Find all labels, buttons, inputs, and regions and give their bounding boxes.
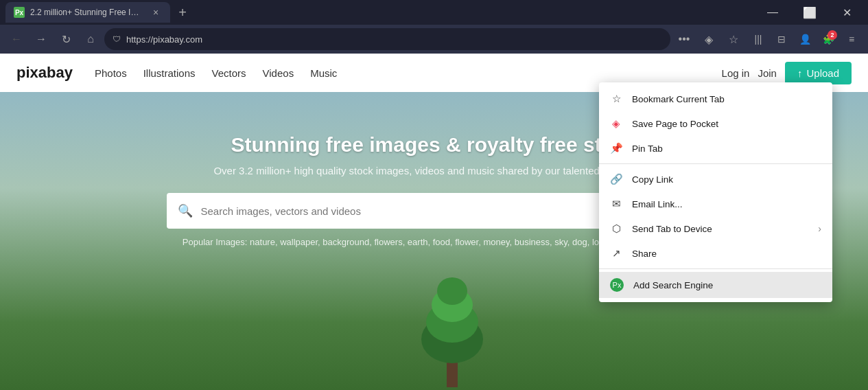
- pin-icon: 📌: [610, 142, 622, 154]
- menu-item-bookmark[interactable]: ☆ Bookmark Current Tab: [599, 87, 832, 111]
- nav-music[interactable]: Music: [310, 67, 337, 79]
- header-actions: Log in Join ↑ Upload: [722, 62, 852, 84]
- nav-videos[interactable]: Videos: [263, 67, 294, 79]
- nav-vectors[interactable]: Vectors: [212, 67, 246, 79]
- add-search-icon: Px: [610, 278, 624, 292]
- pixabay-logo[interactable]: pixabay: [16, 64, 73, 82]
- nav-illustrations[interactable]: Illustrations: [143, 67, 196, 79]
- menu-item-bookmark-label: Bookmark Current Tab: [632, 94, 821, 104]
- tab-favicon: Px: [14, 7, 25, 18]
- dropdown-overlay: ☆ Bookmark Current Tab ◈ Save Page to Po…: [0, 82, 868, 390]
- address-bar[interactable]: 🛡 https://pixabay.com: [104, 28, 670, 50]
- menu-item-add-search-label: Add Search Engine: [633, 280, 821, 290]
- menu-item-pocket-label: Save Page to Pocket: [632, 119, 821, 129]
- menu-item-pocket[interactable]: ◈ Save Page to Pocket: [599, 111, 832, 136]
- menu-item-add-search[interactable]: Px Add Search Engine: [599, 272, 832, 298]
- back-button[interactable]: ←: [5, 28, 27, 50]
- pocket-save-icon: ◈: [610, 117, 622, 130]
- context-menu: ☆ Bookmark Current Tab ◈ Save Page to Po…: [599, 82, 832, 302]
- browser-frame: Px 2.2 million+ Stunning Free Ima... × +…: [0, 0, 868, 390]
- menu-item-email-link-label: Email Link...: [632, 199, 821, 209]
- menu-separator-1: [599, 163, 832, 164]
- profile-icon[interactable]: 👤: [794, 28, 816, 50]
- share-icon: ↗: [610, 247, 622, 260]
- send-tab-icon: ⬡: [610, 222, 622, 235]
- upload-label: Upload: [806, 67, 839, 79]
- window-controls: — ⬜ ✕: [757, 3, 863, 22]
- upload-button[interactable]: ↑ Upload: [785, 62, 852, 84]
- chevron-right-icon: ›: [818, 223, 821, 234]
- copy-link-icon: 🔗: [610, 173, 622, 185]
- nav-photos[interactable]: Photos: [95, 67, 127, 79]
- menu-item-share[interactable]: ↗ Share: [599, 241, 832, 266]
- menu-item-copy-link-label: Copy Link: [632, 174, 821, 185]
- menu-item-pin[interactable]: 📌 Pin Tab: [599, 136, 832, 161]
- website-content: pixabay Photos Illustrations Vectors Vid…: [0, 54, 868, 390]
- pixabay-nav: Photos Illustrations Vectors Videos Musi…: [95, 67, 700, 79]
- menu-item-pin-label: Pin Tab: [632, 144, 821, 154]
- security-icon: 🛡: [113, 34, 121, 44]
- tab-title: 2.2 million+ Stunning Free Ima...: [30, 8, 144, 17]
- menu-item-share-label: Share: [632, 249, 821, 259]
- nav-bar: ← → ↻ ⌂ 🛡 https://pixabay.com ••• ◈ ☆ ||…: [0, 25, 868, 54]
- menu-item-email-link[interactable]: ✉ Email Link...: [599, 192, 832, 216]
- join-button[interactable]: Join: [758, 67, 777, 79]
- close-button[interactable]: ✕: [831, 3, 863, 22]
- extensions-area: ||| ⊟ 👤 🧩 2 ≡: [747, 28, 863, 50]
- refresh-button[interactable]: ↻: [55, 28, 77, 50]
- menu-item-send-tab[interactable]: ⬡ Send Tab to Device ›: [599, 216, 832, 241]
- home-button[interactable]: ⌂: [80, 28, 102, 50]
- browser-tab[interactable]: Px 2.2 million+ Stunning Free Ima... ×: [5, 2, 170, 23]
- addon-badge-count: 2: [828, 30, 837, 40]
- url-text: https://pixabay.com: [126, 34, 662, 45]
- menu-separator-2: [599, 268, 832, 269]
- nav-actions: ••• ◈ ☆: [673, 28, 744, 50]
- maximize-button[interactable]: ⬜: [794, 3, 825, 22]
- reader-view-icon[interactable]: ⊟: [771, 28, 793, 50]
- more-button[interactable]: •••: [673, 28, 695, 50]
- title-bar: Px 2.2 million+ Stunning Free Ima... × +…: [0, 0, 868, 25]
- reading-list-icon[interactable]: |||: [747, 28, 769, 50]
- forward-button[interactable]: →: [30, 28, 52, 50]
- addon-button[interactable]: 🧩 2: [817, 28, 839, 50]
- star-button[interactable]: ☆: [723, 28, 744, 50]
- email-link-icon: ✉: [610, 198, 622, 210]
- new-tab-button[interactable]: +: [173, 3, 192, 22]
- menu-item-copy-link[interactable]: 🔗 Copy Link: [599, 167, 832, 192]
- hamburger-menu-button[interactable]: ≡: [841, 28, 863, 50]
- upload-icon: ↑: [797, 67, 803, 79]
- pocket-button[interactable]: ◈: [698, 28, 720, 50]
- bookmark-icon: ☆: [610, 93, 622, 105]
- minimize-button[interactable]: —: [757, 3, 788, 22]
- login-button[interactable]: Log in: [722, 67, 750, 79]
- menu-item-send-tab-label: Send Tab to Device: [632, 224, 808, 234]
- tab-close-button[interactable]: ×: [150, 6, 162, 19]
